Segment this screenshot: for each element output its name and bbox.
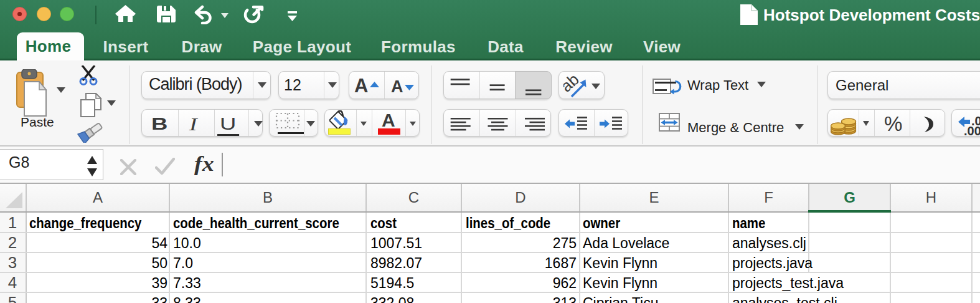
svg-text:ab: ab bbox=[563, 72, 583, 96]
